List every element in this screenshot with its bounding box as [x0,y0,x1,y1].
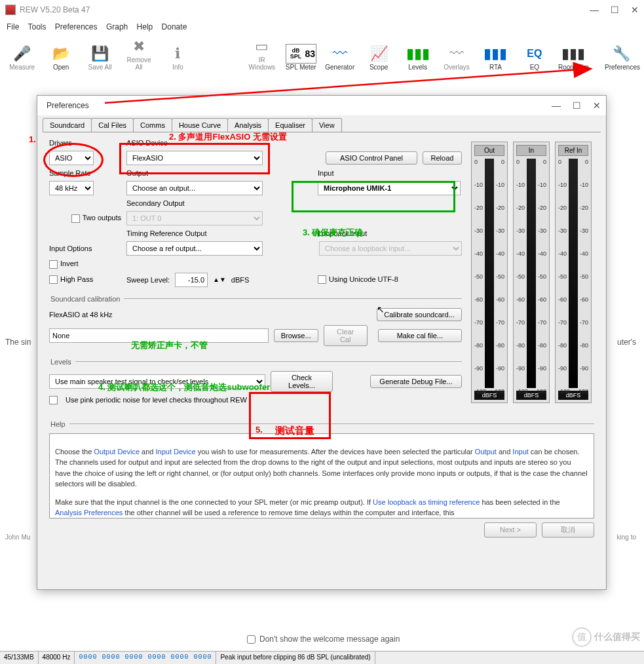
tabs: Soundcard Cal Files Comms House Curve An… [37,115,606,132]
status-memory: 45/133MB [0,652,39,664]
drivers-select[interactable]: ASIO [49,151,94,165]
two-outputs-label: Two outputs [83,214,121,222]
tab-view[interactable]: View [312,118,342,132]
input-select[interactable]: Microphone UMIK-1 [318,181,461,195]
tab-soundcard[interactable]: Soundcard [43,118,92,132]
tab-equaliser[interactable]: Equaliser [268,118,313,132]
sweep-level-label: Sweep Level: [126,276,170,284]
help-text: Choose the Output Device and Input Devic… [49,433,594,518]
tab-housecurve[interactable]: House Curve [172,118,228,132]
soundcard-cal-legend: Soundcard calibration [49,295,124,303]
tab-calfiles[interactable]: Cal Files [91,118,134,132]
maximize-icon[interactable]: ☐ [573,100,581,111]
two-outputs-checkbox[interactable] [71,214,80,223]
toolbar: 🎤Measure 📂Open 💾Save All ✖Remove All ℹIn… [0,34,644,73]
tool-roomsim[interactable]: ▮▮▮Room Sim [558,44,589,71]
pink-noise-label: Use pink periodic noise for level checks… [66,396,247,404]
welcome-row: Don't show the welcome message again [0,633,644,646]
meter-out: Out 00-10-10-20-20-30-30-40-40-50-50-60-… [471,142,508,403]
main-titlebar: REW V5.20 Beta 47 — ☐ ✕ [0,0,644,20]
timing-ref-select[interactable]: Choose a ref output... [126,241,263,256]
maximize-icon[interactable]: ☐ [611,5,619,15]
tool-generator[interactable]: 〰Generator [324,44,355,71]
highpass-label: High Pass [60,275,93,283]
cursor-icon: ↖ [377,304,385,315]
clear-cal-button: Clear Cal [324,325,368,346]
bg-text: king to [617,534,636,541]
check-levels-button[interactable]: Check Levels... [271,371,333,392]
tool-eq[interactable]: EQEQ [519,44,550,71]
calibrate-soundcard-button[interactable]: Calibrate soundcard... [377,308,462,321]
tool-scope[interactable]: 📈Scope [363,44,394,71]
input-label: Input [318,169,462,177]
secondary-output-label: Secondary Output [126,199,185,207]
tool-splmeter[interactable]: dB SPL83SPL Meter [286,44,316,71]
bg-text: uter's [617,338,636,347]
close-icon[interactable]: ✕ [593,100,601,111]
make-cal-button[interactable]: Make cal file... [378,329,462,342]
minimize-icon[interactable]: — [552,100,561,111]
utf8-checkbox[interactable] [318,275,326,284]
levels-signal-select[interactable]: Use main speaker test signal to check/se… [49,374,265,389]
status-samplerate: 48000 Hz [39,652,75,664]
tool-removeall[interactable]: ✖Remove All [123,37,154,71]
next-button: Next > [484,522,537,537]
window-title: REW V5.20 Beta 47 [20,5,590,14]
loopback-label: Loopback Input [318,229,462,237]
tool-open[interactable]: 📂Open [45,44,76,71]
prefs-titlebar: Preferences — ☐ ✕ [37,96,606,115]
invert-checkbox[interactable] [49,260,58,269]
menu-preferences[interactable]: Preferences [55,22,98,31]
status-clip: Peak input before clipping 86 dB SPL (un… [216,652,375,664]
meter-refin: Ref In 00-10-10-20-20-30-30-40-40-50-50-… [555,142,592,403]
dbfs-label: dBFS [231,276,250,284]
cancel-button: 取消 [542,522,594,537]
highpass-checkbox[interactable] [49,275,58,284]
bg-text: John Mu [5,534,30,541]
tool-saveall[interactable]: 💾Save All [85,44,115,71]
dont-show-welcome-label: Don't show the welcome message again [259,635,400,644]
drivers-label: Drivers [49,139,121,147]
tool-overlays[interactable]: 〰Overlays [441,44,472,71]
tool-info[interactable]: ℹInfo [162,44,193,71]
menu-tools[interactable]: Tools [28,22,46,31]
tool-preferences[interactable]: 🔧Preferences [605,44,637,71]
meter-in: In 00-10-10-20-20-30-30-40-40-50-50-60-6… [513,142,550,403]
menu-file[interactable]: File [7,22,19,31]
menu-graph[interactable]: Graph [106,22,128,31]
minimize-icon[interactable]: — [590,5,599,15]
asio-device-select[interactable]: FlexASIO [126,151,263,165]
asio-device-label: ASIO Device [126,139,264,147]
tool-measure[interactable]: 🎤Measure [7,44,37,71]
levels-legend: Levels [49,358,75,366]
secondary-output-select: 1: OUT 0 [126,211,263,225]
cal-info-text: FlexASIO at 48 kHz [49,311,113,319]
samplerate-select[interactable]: 48 kHz [49,181,94,195]
samplerate-label: Sample Rate [49,169,121,177]
status-digits: 0000 0000 0000 0000 0000 0000 [75,652,216,664]
reload-button[interactable]: Reload [423,151,462,165]
tool-levels[interactable]: ▮▮▮Levels [402,44,433,71]
menu-help[interactable]: Help [137,22,153,31]
utf8-label: Using Unicode UTF-8 [329,275,398,283]
generate-debug-button[interactable]: Generate Debug File... [370,375,462,388]
menubar: File Tools Preferences Graph Help Donate [0,20,644,34]
dont-show-welcome-checkbox[interactable] [247,635,256,644]
close-icon[interactable]: ✕ [631,5,639,15]
timing-ref-label: Timing Reference Output [126,229,264,237]
pink-noise-checkbox[interactable] [49,396,58,404]
tool-irwindows[interactable]: ▭IR Windows [246,37,277,71]
asio-control-panel-button[interactable]: ASIO Control Panel [326,151,417,165]
tool-rta[interactable]: ▮▮▮RTA [480,44,511,71]
watermark: 值 什么值得买 [572,627,640,647]
sweep-level-input[interactable] [175,273,208,287]
annotation-1: 1. [29,134,36,144]
menu-donate[interactable]: Donate [162,22,187,31]
bg-text: The sin [5,338,31,347]
output-label: Output [126,169,264,177]
tab-analysis[interactable]: Analysis [227,118,269,132]
cal-file-input[interactable] [49,328,269,343]
output-select[interactable]: Choose an output... [126,181,263,195]
tab-comms[interactable]: Comms [133,118,172,132]
browse-button[interactable]: Browse... [274,329,318,342]
